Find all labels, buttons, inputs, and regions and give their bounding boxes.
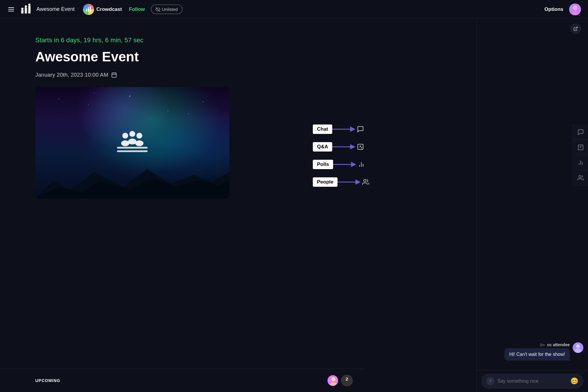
svg-rect-8 [90,7,91,11]
brand-name: Crowdcast [96,6,122,12]
people-annotation: People [313,177,370,187]
svg-rect-1 [25,8,27,14]
chat-panel-button[interactable] [573,125,588,140]
app-logo-icon [20,4,32,15]
main-layout: Starts in 6 days, 19 hrs, 6 min, 57 sec … [0,19,588,392]
countdown-timer: Starts in 6 days, 19 hrs, 6 min, 57 sec [35,36,453,44]
svg-point-54 [576,344,580,348]
svg-point-46 [331,377,335,381]
svg-rect-2 [28,6,31,14]
attendee-count: 2 [341,375,353,386]
chat-input-wrapper: ? 😊 [481,374,583,388]
svg-point-10 [88,7,89,8]
chat-input-area: ? 😊 [477,370,588,392]
right-sidebar: 3m cc attendee Hi! Can't wait for the sh… [476,19,588,392]
chat-panel-icon [356,125,365,134]
star-decoration [188,113,189,114]
star-decoration [59,99,59,99]
star-decoration [88,105,89,105]
svg-point-9 [86,8,87,9]
star-decoration [94,93,95,93]
chat-annotation: Chat [313,125,370,134]
content-area: Starts in 6 days, 19 hrs, 6 min, 57 sec … [0,19,476,392]
qa-icon [577,144,584,151]
calendar-icon [111,72,117,78]
external-link-icon [573,26,578,31]
svg-point-24 [121,140,129,146]
svg-rect-29 [117,147,148,149]
people-icon [577,175,584,181]
svg-point-26 [128,139,136,144]
qa-panel-button[interactable] [573,140,588,155]
chat-username: cc attendee [547,342,570,347]
svg-line-16 [575,27,577,29]
people-panel-button[interactable] [573,170,588,186]
chat-meta: 3m cc attendee [539,342,570,347]
polls-annotation: Polls [313,160,370,169]
svg-rect-7 [88,8,89,11]
chat-annotation-label: Chat [313,125,332,134]
svg-point-27 [136,133,142,139]
right-panel-icons [573,125,588,186]
svg-rect-0 [21,10,24,14]
svg-point-44 [364,179,366,182]
header-right: Options [544,4,581,15]
options-button[interactable]: Options [544,6,563,12]
crowdcast-logo-overlay [115,130,150,155]
chat-message: 3m cc attendee Hi! Can't wait for the sh… [481,342,583,361]
brand-logo-circle [83,4,94,15]
polls-arrow [333,160,357,169]
star-decoration [203,102,203,102]
mountain-silhouette [35,163,229,198]
svg-point-52 [579,175,581,177]
unlisted-label: Unlisted [162,7,178,12]
qa-annotation-label: Q&A [313,142,332,152]
event-title: Awesome Event [35,49,453,65]
polls-panel-button[interactable] [573,155,588,170]
qa-annotation: Q&A [313,142,370,152]
user-avatar[interactable] [569,4,581,15]
event-thumbnail [35,87,229,198]
header-left: Awesome Event Crowdcast Follow [7,4,544,15]
header: Awesome Event Crowdcast Follow [0,0,588,19]
unlisted-button[interactable]: Unlisted [151,4,183,14]
svg-point-3 [21,8,24,10]
polls-icon [577,159,584,166]
chat-bubble: Hi! Can't wait for the show! [505,348,570,361]
svg-point-4 [25,5,27,8]
star-decoration [168,110,168,111]
chat-arrow [332,125,356,133]
upcoming-label: UPCOMING [35,378,60,383]
eye-off-icon [156,7,160,12]
people-annotation-label: People [313,177,338,187]
svg-point-5 [28,4,31,6]
svg-rect-30 [117,150,148,152]
chat-area: 3m cc attendee Hi! Can't wait for the sh… [477,19,588,370]
star-decoration [62,119,62,120]
svg-rect-17 [112,73,116,77]
svg-point-11 [90,6,91,7]
chat-icon [577,129,584,135]
svg-point-25 [129,131,135,137]
emoji-button[interactable]: 😊 [570,377,578,385]
svg-point-36 [361,147,362,148]
polls-panel-icon [357,160,366,169]
external-link-button[interactable] [570,23,581,34]
brand-logo: Crowdcast [83,4,122,15]
event-date: January 20th, 2023 10:00 AM [35,72,453,78]
hamburger-menu[interactable] [7,6,15,13]
polls-annotation-label: Polls [313,160,333,169]
event-date-text: January 20th, 2023 10:00 AM [35,72,108,78]
question-icon: ? [486,377,495,385]
chat-input[interactable] [497,378,567,384]
svg-point-55 [575,349,581,353]
follow-button[interactable]: Follow [129,6,145,12]
panel-annotations: Chat Q&A [313,125,370,187]
svg-rect-6 [86,10,87,11]
qa-panel-icon [356,142,365,152]
attendee-avatars: 2 [329,375,353,386]
svg-point-28 [135,140,143,146]
header-event-title: Awesome Event [36,6,75,12]
svg-point-14 [573,6,577,10]
people-arrow [338,178,361,186]
